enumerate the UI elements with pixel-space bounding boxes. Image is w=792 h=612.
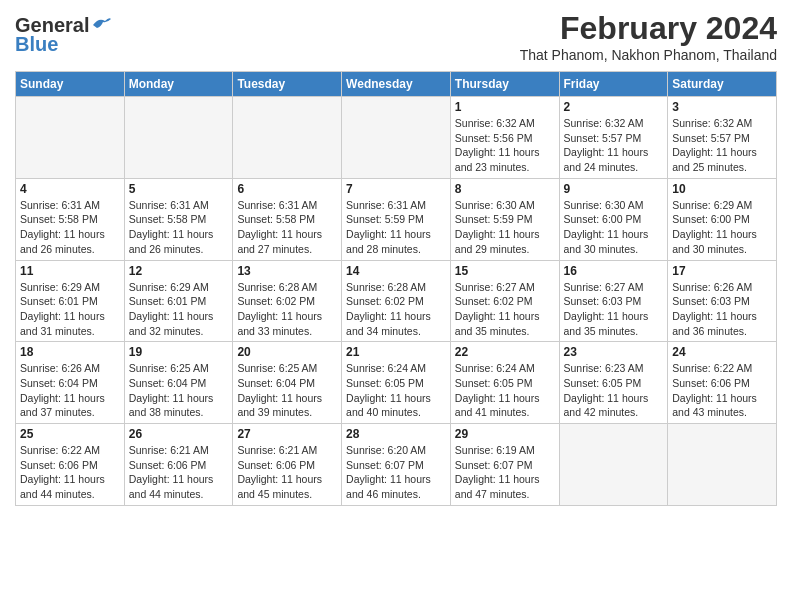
calendar-cell: 28Sunrise: 6:20 AMSunset: 6:07 PMDayligh… [342,424,451,506]
calendar-title: February 2024 [520,10,777,47]
calendar-cell: 2Sunrise: 6:32 AMSunset: 5:57 PMDaylight… [559,97,668,179]
calendar-cell: 10Sunrise: 6:29 AMSunset: 6:00 PMDayligh… [668,178,777,260]
calendar-cell: 29Sunrise: 6:19 AMSunset: 6:07 PMDayligh… [450,424,559,506]
day-number: 10 [672,182,772,196]
day-info: Sunrise: 6:30 AMSunset: 5:59 PMDaylight:… [455,198,555,257]
day-info: Sunrise: 6:25 AMSunset: 6:04 PMDaylight:… [129,361,229,420]
day-info: Sunrise: 6:26 AMSunset: 6:03 PMDaylight:… [672,280,772,339]
calendar-cell [342,97,451,179]
day-info: Sunrise: 6:29 AMSunset: 6:01 PMDaylight:… [129,280,229,339]
day-number: 18 [20,345,120,359]
calendar-cell: 16Sunrise: 6:27 AMSunset: 6:03 PMDayligh… [559,260,668,342]
week-row-5: 25Sunrise: 6:22 AMSunset: 6:06 PMDayligh… [16,424,777,506]
day-number: 8 [455,182,555,196]
day-number: 28 [346,427,446,441]
day-number: 13 [237,264,337,278]
day-info: Sunrise: 6:32 AMSunset: 5:57 PMDaylight:… [564,116,664,175]
day-number: 17 [672,264,772,278]
calendar-cell: 18Sunrise: 6:26 AMSunset: 6:04 PMDayligh… [16,342,125,424]
day-info: Sunrise: 6:32 AMSunset: 5:56 PMDaylight:… [455,116,555,175]
day-info: Sunrise: 6:31 AMSunset: 5:58 PMDaylight:… [129,198,229,257]
day-info: Sunrise: 6:27 AMSunset: 6:02 PMDaylight:… [455,280,555,339]
calendar-cell: 5Sunrise: 6:31 AMSunset: 5:58 PMDaylight… [124,178,233,260]
calendar-cell [233,97,342,179]
calendar-cell: 19Sunrise: 6:25 AMSunset: 6:04 PMDayligh… [124,342,233,424]
day-of-week-saturday: Saturday [668,72,777,97]
calendar-cell: 14Sunrise: 6:28 AMSunset: 6:02 PMDayligh… [342,260,451,342]
day-number: 7 [346,182,446,196]
logo: General Blue [15,10,113,56]
calendar-cell [559,424,668,506]
page-header: General Blue February 2024 That Phanom, … [15,10,777,63]
calendar-cell [124,97,233,179]
calendar-cell: 13Sunrise: 6:28 AMSunset: 6:02 PMDayligh… [233,260,342,342]
week-row-4: 18Sunrise: 6:26 AMSunset: 6:04 PMDayligh… [16,342,777,424]
day-info: Sunrise: 6:31 AMSunset: 5:58 PMDaylight:… [20,198,120,257]
day-number: 14 [346,264,446,278]
day-number: 24 [672,345,772,359]
day-number: 15 [455,264,555,278]
calendar-cell: 4Sunrise: 6:31 AMSunset: 5:58 PMDaylight… [16,178,125,260]
day-of-week-sunday: Sunday [16,72,125,97]
calendar-cell: 26Sunrise: 6:21 AMSunset: 6:06 PMDayligh… [124,424,233,506]
day-info: Sunrise: 6:22 AMSunset: 6:06 PMDaylight:… [672,361,772,420]
calendar-cell: 27Sunrise: 6:21 AMSunset: 6:06 PMDayligh… [233,424,342,506]
day-number: 25 [20,427,120,441]
day-number: 27 [237,427,337,441]
calendar-table: SundayMondayTuesdayWednesdayThursdayFrid… [15,71,777,506]
calendar-cell: 7Sunrise: 6:31 AMSunset: 5:59 PMDaylight… [342,178,451,260]
day-number: 11 [20,264,120,278]
day-info: Sunrise: 6:24 AMSunset: 6:05 PMDaylight:… [346,361,446,420]
day-info: Sunrise: 6:27 AMSunset: 6:03 PMDaylight:… [564,280,664,339]
day-info: Sunrise: 6:29 AMSunset: 6:00 PMDaylight:… [672,198,772,257]
day-of-week-thursday: Thursday [450,72,559,97]
logo-blue-text: Blue [15,33,58,56]
day-number: 4 [20,182,120,196]
calendar-cell: 25Sunrise: 6:22 AMSunset: 6:06 PMDayligh… [16,424,125,506]
day-number: 22 [455,345,555,359]
day-number: 16 [564,264,664,278]
calendar-cell: 22Sunrise: 6:24 AMSunset: 6:05 PMDayligh… [450,342,559,424]
day-of-week-wednesday: Wednesday [342,72,451,97]
calendar-cell: 20Sunrise: 6:25 AMSunset: 6:04 PMDayligh… [233,342,342,424]
day-info: Sunrise: 6:24 AMSunset: 6:05 PMDaylight:… [455,361,555,420]
day-number: 6 [237,182,337,196]
day-info: Sunrise: 6:32 AMSunset: 5:57 PMDaylight:… [672,116,772,175]
day-of-week-friday: Friday [559,72,668,97]
day-number: 2 [564,100,664,114]
day-info: Sunrise: 6:29 AMSunset: 6:01 PMDaylight:… [20,280,120,339]
calendar-header-row: SundayMondayTuesdayWednesdayThursdayFrid… [16,72,777,97]
day-info: Sunrise: 6:30 AMSunset: 6:00 PMDaylight:… [564,198,664,257]
day-number: 21 [346,345,446,359]
day-info: Sunrise: 6:28 AMSunset: 6:02 PMDaylight:… [346,280,446,339]
day-number: 20 [237,345,337,359]
day-info: Sunrise: 6:23 AMSunset: 6:05 PMDaylight:… [564,361,664,420]
day-number: 19 [129,345,229,359]
day-number: 5 [129,182,229,196]
calendar-cell: 24Sunrise: 6:22 AMSunset: 6:06 PMDayligh… [668,342,777,424]
day-number: 29 [455,427,555,441]
calendar-cell: 9Sunrise: 6:30 AMSunset: 6:00 PMDaylight… [559,178,668,260]
calendar-cell: 21Sunrise: 6:24 AMSunset: 6:05 PMDayligh… [342,342,451,424]
calendar-cell [16,97,125,179]
day-info: Sunrise: 6:21 AMSunset: 6:06 PMDaylight:… [237,443,337,502]
day-number: 1 [455,100,555,114]
week-row-2: 4Sunrise: 6:31 AMSunset: 5:58 PMDaylight… [16,178,777,260]
day-info: Sunrise: 6:26 AMSunset: 6:04 PMDaylight:… [20,361,120,420]
calendar-cell: 8Sunrise: 6:30 AMSunset: 5:59 PMDaylight… [450,178,559,260]
week-row-3: 11Sunrise: 6:29 AMSunset: 6:01 PMDayligh… [16,260,777,342]
day-number: 23 [564,345,664,359]
day-info: Sunrise: 6:25 AMSunset: 6:04 PMDaylight:… [237,361,337,420]
day-of-week-tuesday: Tuesday [233,72,342,97]
calendar-cell: 15Sunrise: 6:27 AMSunset: 6:02 PMDayligh… [450,260,559,342]
calendar-cell: 1Sunrise: 6:32 AMSunset: 5:56 PMDaylight… [450,97,559,179]
day-info: Sunrise: 6:21 AMSunset: 6:06 PMDaylight:… [129,443,229,502]
day-number: 3 [672,100,772,114]
calendar-cell [668,424,777,506]
day-number: 9 [564,182,664,196]
week-row-1: 1Sunrise: 6:32 AMSunset: 5:56 PMDaylight… [16,97,777,179]
calendar-cell: 17Sunrise: 6:26 AMSunset: 6:03 PMDayligh… [668,260,777,342]
day-of-week-monday: Monday [124,72,233,97]
day-info: Sunrise: 6:31 AMSunset: 5:58 PMDaylight:… [237,198,337,257]
day-info: Sunrise: 6:22 AMSunset: 6:06 PMDaylight:… [20,443,120,502]
